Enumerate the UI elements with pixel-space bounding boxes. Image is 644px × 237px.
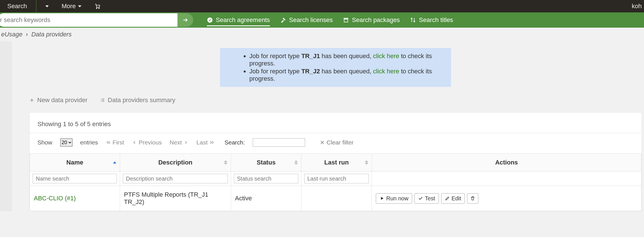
sort-asc-icon	[113, 162, 116, 164]
col-header-actions: Actions	[372, 154, 641, 172]
svg-rect-4	[344, 19, 348, 22]
play-icon	[379, 196, 385, 201]
main-content: Job for report type TR_J1 has been queue…	[12, 41, 644, 211]
keyword-search-input[interactable]	[0, 13, 186, 27]
sort-asc-icon	[224, 160, 227, 162]
entries-label: entries	[80, 139, 98, 146]
provider-status: Active	[231, 186, 301, 211]
plus-icon	[29, 98, 34, 103]
pencil-icon	[445, 196, 450, 201]
data-providers-table: Name Description Status Last run	[30, 153, 641, 211]
notice-text: has been queued,	[320, 52, 373, 60]
next-page-button[interactable]: Next	[170, 139, 188, 146]
svg-point-1	[99, 8, 99, 9]
x-icon	[320, 140, 325, 145]
provider-lastrun	[301, 186, 372, 211]
clear-filter-label: Clear filter	[327, 139, 354, 146]
chevrons-left-icon	[106, 140, 111, 145]
svg-point-2	[207, 17, 212, 23]
pg-label: Last	[196, 139, 208, 146]
col-label: Name	[66, 159, 83, 166]
notice-report-type: TR_J1	[301, 52, 320, 60]
notice-progress-link[interactable]: click here	[373, 52, 399, 60]
more-menu[interactable]: More	[58, 0, 85, 12]
search-tabs: Search agreements Search licenses Search…	[207, 12, 453, 28]
sort-desc-icon	[365, 163, 368, 165]
notice-text: Job for report type	[249, 52, 301, 60]
data-providers-panel: Showing 1 to 5 of 5 entries Show 20 entr…	[29, 112, 642, 211]
tab-search-titles[interactable]: Search titles	[410, 12, 453, 28]
run-now-button[interactable]: Run now	[376, 193, 412, 204]
trash-icon	[470, 196, 475, 201]
table-row: ABC-CLIO (#1) PTFS Multiple Reports (TR_…	[30, 186, 641, 211]
chevrons-right-icon	[209, 140, 214, 145]
status-filter-input[interactable]	[234, 174, 298, 183]
crumb-eusage[interactable]: eUsage	[1, 31, 23, 38]
test-button[interactable]: Test	[414, 193, 439, 204]
search-menu[interactable]: Search	[3, 0, 31, 12]
col-label: Last run	[324, 159, 349, 166]
chevron-down-icon	[45, 5, 49, 7]
table-controls: Show 20 entries First Previous Next Last	[30, 133, 641, 153]
arrow-right-icon	[182, 17, 188, 23]
col-header-description[interactable]: Description	[120, 154, 231, 172]
search-label: Search:	[225, 139, 245, 146]
chevron-right-icon: ›	[26, 31, 28, 38]
tab-search-licenses[interactable]: Search licenses	[280, 12, 333, 28]
cart-button[interactable]	[90, 0, 105, 12]
row-actions: Run now Test Edit	[376, 193, 637, 204]
btn-label: Test	[425, 195, 435, 202]
edit-button[interactable]: Edit	[441, 193, 465, 204]
search-subnav: Search agreements Search licenses Search…	[0, 12, 644, 28]
col-label: Status	[257, 159, 276, 166]
data-providers-summary-button[interactable]: Data providers summary	[100, 96, 176, 104]
archive-icon	[343, 17, 349, 23]
breadcrumb: eUsage › Data providers	[0, 28, 644, 41]
notice-item: Job for report type TR_J1 has been queue…	[249, 52, 443, 67]
btn-label: Run now	[386, 195, 408, 202]
svg-point-0	[96, 8, 97, 9]
last-page-button[interactable]: Last	[196, 139, 214, 146]
topbar-divider	[36, 0, 36, 12]
col-header-lastrun[interactable]: Last run	[301, 154, 372, 172]
delete-button[interactable]	[467, 193, 478, 204]
sort-desc-icon	[224, 163, 227, 165]
tab-label: Search agreements	[216, 16, 270, 24]
gavel-icon	[280, 17, 286, 23]
clear-filter-button[interactable]: Clear filter	[320, 139, 354, 146]
page-length-select[interactable]: 20	[60, 139, 72, 146]
previous-page-button[interactable]: Previous	[132, 139, 162, 146]
notice-progress-link[interactable]: click here	[373, 68, 399, 75]
first-page-button[interactable]: First	[106, 139, 124, 146]
toolbar-label: Data providers summary	[108, 96, 176, 104]
show-label: Show	[37, 139, 52, 146]
new-data-provider-button[interactable]: New data provider	[29, 96, 88, 104]
notice-text: has been queued,	[320, 68, 373, 75]
description-filter-input[interactable]	[123, 174, 228, 183]
tab-search-packages[interactable]: Search packages	[343, 12, 400, 28]
search-caret[interactable]	[41, 0, 53, 12]
user-label[interactable]: koh	[632, 3, 642, 10]
chevron-down-icon	[78, 5, 81, 7]
provider-name-link[interactable]: ABC-CLIO (#1)	[34, 195, 76, 202]
col-header-name[interactable]: Name	[30, 154, 120, 172]
toolbar-label: New data provider	[37, 96, 88, 104]
notice-report-type: TR_J2	[301, 68, 320, 75]
search-pill-wrap	[0, 12, 193, 28]
more-menu-label: More	[62, 3, 76, 10]
provider-description: PTFS Multiple Reports (TR_J1 TR_J2)	[120, 186, 231, 211]
search-submit-button[interactable]	[177, 13, 193, 27]
notice-item: Job for report type TR_J2 has been queue…	[249, 68, 443, 82]
notice-text: Job for report type	[249, 68, 301, 75]
col-label: Description	[158, 159, 192, 166]
tab-label: Search licenses	[289, 16, 333, 24]
table-search-input[interactable]	[253, 138, 305, 147]
chevron-right-icon	[183, 140, 188, 145]
tab-label: Search packages	[352, 16, 400, 24]
tab-search-agreements[interactable]: Search agreements	[207, 12, 270, 28]
pg-label: Previous	[139, 139, 162, 146]
name-filter-input[interactable]	[33, 174, 117, 183]
top-navbar: Search More koh	[0, 0, 644, 12]
col-header-status[interactable]: Status	[231, 154, 301, 172]
lastrun-filter-input[interactable]	[304, 174, 369, 183]
